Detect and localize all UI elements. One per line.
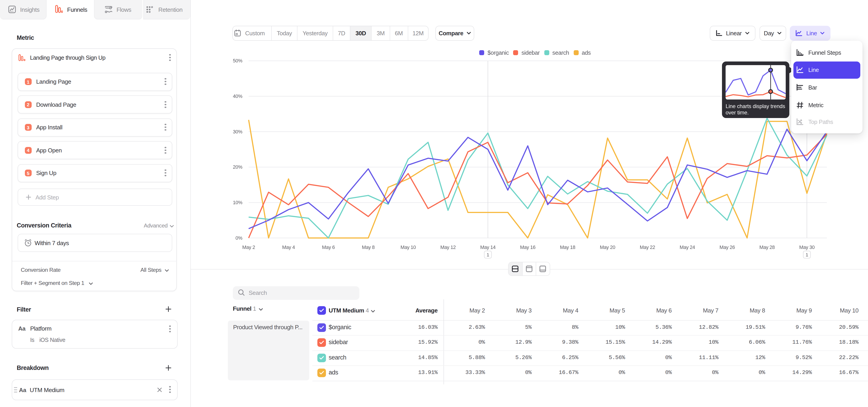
svg-text:1: 1 (806, 252, 808, 257)
svg-text:1: 1 (487, 252, 489, 257)
svg-text:May 30: May 30 (799, 244, 815, 250)
svg-text:May 6: May 6 (322, 244, 335, 250)
svg-text:10%: 10% (233, 200, 242, 205)
svg-text:May 20: May 20 (600, 244, 615, 250)
svg-text:May 10: May 10 (401, 244, 416, 250)
svg-text:May 28: May 28 (759, 244, 775, 250)
svg-text:30%: 30% (233, 129, 242, 134)
svg-text:20%: 20% (233, 164, 242, 170)
svg-text:May 26: May 26 (719, 244, 735, 250)
svg-text:May 14: May 14 (480, 244, 495, 250)
svg-text:May 2: May 2 (242, 244, 255, 250)
svg-text:May 4: May 4 (282, 244, 295, 250)
svg-text:May 8: May 8 (362, 244, 375, 250)
svg-text:May 16: May 16 (520, 244, 535, 250)
svg-text:May 22: May 22 (640, 244, 655, 250)
svg-text:40%: 40% (233, 93, 242, 99)
svg-text:May 12: May 12 (440, 244, 456, 250)
svg-text:0%: 0% (236, 235, 243, 241)
svg-text:50%: 50% (233, 58, 242, 64)
svg-text:May 24: May 24 (680, 244, 695, 250)
svg-text:May 18: May 18 (560, 244, 575, 250)
